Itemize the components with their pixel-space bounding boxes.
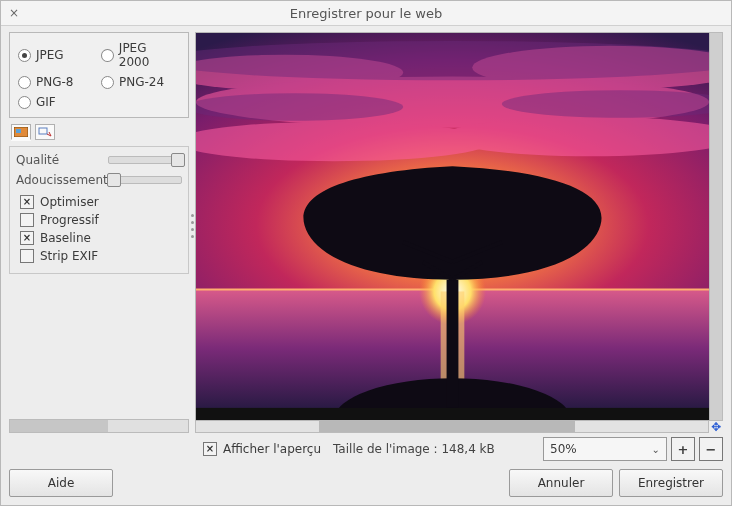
file-size-label: Taille de l'image : 148,4 kB: [329, 442, 535, 456]
dialog-buttons: Aide Annuler Enregistrer: [1, 461, 731, 505]
option-tabs: [9, 124, 189, 140]
zoom-in-button[interactable]: +: [671, 437, 695, 461]
radio-icon: [18, 49, 31, 62]
slider-panel: Qualité Adoucissement Optimiser: [9, 146, 189, 274]
checkbox-icon: [20, 249, 34, 263]
smoothing-slider[interactable]: [108, 176, 182, 184]
progressive-checkbox[interactable]: Progressif: [20, 213, 178, 227]
format-png24-radio[interactable]: PNG-24: [101, 75, 180, 89]
checkbox-icon: [20, 231, 34, 245]
format-radio-group: JPEG JPEG 2000 PNG-8 PNG-24 GIF: [9, 32, 189, 118]
window-title: Enregistrer pour le web: [21, 6, 711, 21]
tab-image-icon[interactable]: [11, 124, 31, 140]
help-button[interactable]: Aide: [9, 469, 113, 497]
chevron-down-icon: ⌄: [652, 444, 660, 455]
minus-icon: −: [706, 442, 717, 457]
button-label: Annuler: [538, 476, 585, 490]
smoothing-label: Adoucissement: [16, 173, 104, 187]
radio-label: PNG-8: [36, 75, 73, 89]
checkbox-label: Baseline: [40, 231, 91, 245]
format-jpeg-radio[interactable]: JPEG: [18, 41, 97, 69]
tab-resize-icon[interactable]: [35, 124, 55, 140]
save-for-web-dialog: × Enregistrer pour le web JPEG JPEG 2000…: [0, 0, 732, 506]
zoom-select[interactable]: 50% ⌄: [543, 437, 667, 461]
format-png8-radio[interactable]: PNG-8: [18, 75, 97, 89]
scrollbar-thumb[interactable]: [10, 420, 108, 432]
slider-thumb[interactable]: [171, 153, 185, 167]
format-gif-radio[interactable]: GIF: [18, 95, 97, 109]
checkbox-label: Optimiser: [40, 195, 99, 209]
quality-slider[interactable]: [108, 156, 182, 164]
svg-rect-19: [447, 280, 459, 408]
move-icon[interactable]: ✥: [709, 421, 723, 433]
svg-point-12: [196, 93, 403, 121]
save-button[interactable]: Enregistrer: [619, 469, 723, 497]
quality-label: Qualité: [16, 153, 104, 167]
radio-icon: [101, 49, 114, 62]
jpeg-options: Optimiser Progressif Baseline Strip EXIF: [16, 193, 182, 267]
sidebar-h-scrollbar[interactable]: [9, 419, 189, 433]
close-icon[interactable]: ×: [7, 6, 21, 20]
radio-icon: [101, 76, 114, 89]
baseline-checkbox[interactable]: Baseline: [20, 231, 178, 245]
image-preview[interactable]: [195, 32, 710, 421]
svg-rect-1: [16, 129, 21, 133]
checkbox-icon: [203, 442, 217, 456]
preview-v-scrollbar[interactable]: [710, 32, 723, 421]
checkbox-label: Afficher l'aperçu: [223, 442, 321, 456]
options-sidebar: JPEG JPEG 2000 PNG-8 PNG-24 GIF: [9, 32, 189, 433]
button-label: Aide: [48, 476, 75, 490]
format-jpeg2000-radio[interactable]: JPEG 2000: [101, 41, 180, 69]
scrollbar-thumb[interactable]: [319, 421, 575, 432]
optimize-checkbox[interactable]: Optimiser: [20, 195, 178, 209]
radio-icon: [18, 96, 31, 109]
preview-h-scrollbar[interactable]: [195, 421, 709, 433]
plus-icon: +: [678, 442, 689, 457]
checkbox-icon: [20, 213, 34, 227]
zoom-out-button[interactable]: −: [699, 437, 723, 461]
preview-image: [196, 33, 709, 408]
radio-label: PNG-24: [119, 75, 164, 89]
checkbox-icon: [20, 195, 34, 209]
checkbox-label: Progressif: [40, 213, 99, 227]
strip-exif-checkbox[interactable]: Strip EXIF: [20, 249, 178, 263]
titlebar: × Enregistrer pour le web: [1, 1, 731, 26]
radio-icon: [18, 76, 31, 89]
cancel-button[interactable]: Annuler: [509, 469, 613, 497]
button-label: Enregistrer: [638, 476, 704, 490]
radio-label: JPEG: [36, 48, 64, 62]
svg-point-11: [196, 41, 709, 80]
zoom-value: 50%: [550, 442, 577, 456]
preview-column: ✥: [195, 32, 723, 433]
slider-thumb[interactable]: [107, 173, 121, 187]
show-preview-checkbox[interactable]: Afficher l'aperçu: [203, 442, 321, 456]
scrollbar-thumb[interactable]: [710, 33, 722, 420]
radio-label: GIF: [36, 95, 56, 109]
svg-rect-2: [39, 128, 47, 134]
checkbox-label: Strip EXIF: [40, 249, 98, 263]
radio-label: JPEG 2000: [119, 41, 180, 69]
status-bar: Afficher l'aperçu Taille de l'image : 14…: [1, 433, 731, 461]
